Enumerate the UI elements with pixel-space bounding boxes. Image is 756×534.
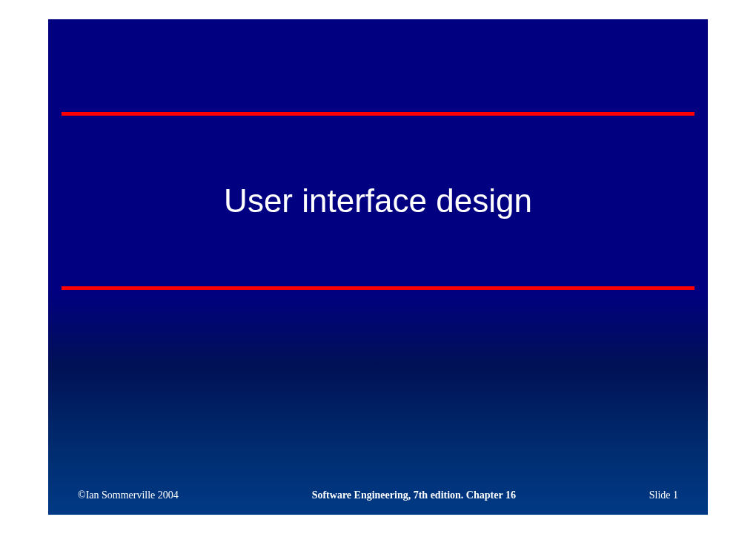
presentation-slide: User interface design ©Ian Sommerville 2… bbox=[48, 19, 708, 515]
slide-title: User interface design bbox=[224, 182, 532, 220]
divider-line-bottom bbox=[62, 286, 694, 290]
slide-footer: ©Ian Sommerville 2004 Software Engineeri… bbox=[48, 490, 708, 501]
title-area: User interface design bbox=[48, 116, 708, 286]
footer-copyright: ©Ian Sommerville 2004 bbox=[78, 490, 179, 501]
footer-source: Software Engineering, 7th edition. Chapt… bbox=[179, 490, 649, 501]
top-spacer bbox=[48, 19, 708, 112]
footer-slide-number: Slide 1 bbox=[649, 490, 678, 501]
